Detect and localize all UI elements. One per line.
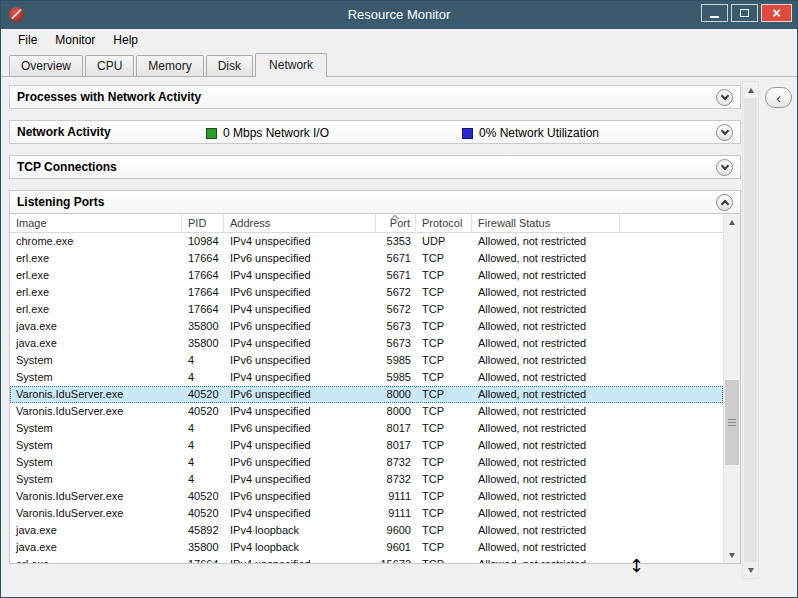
cell-protocol: TCP [416, 437, 472, 454]
scroll-up-icon[interactable] [724, 214, 740, 230]
cell-firewall-status: Allowed, not restricted [472, 301, 620, 318]
cell-protocol: TCP [416, 318, 472, 335]
section-processes-with-network-activity: Processes with Network Activity [9, 85, 741, 109]
table-row[interactable]: Varonis.IduServer.exe 40520 IPv6 unspeci… [10, 488, 723, 505]
section-header-tcp-connections[interactable]: TCP Connections [9, 155, 741, 179]
column-header-filler [620, 214, 723, 232]
cell-protocol: TCP [416, 505, 472, 522]
expand-section-button[interactable] [716, 159, 733, 176]
table-row[interactable]: chrome.exe 10984 IPv4 unspecified 5353 U… [10, 233, 723, 250]
cell-pid: 35800 [182, 318, 224, 335]
table-row[interactable]: java.exe 45892 IPv4 loopback 9600 TCP Al… [10, 522, 723, 539]
table-row[interactable]: System 4 IPv6 unspecified 8732 TCP Allow… [10, 454, 723, 471]
expand-section-button[interactable] [716, 89, 733, 106]
cell-address: IPv6 unspecified [224, 352, 376, 369]
column-header-address[interactable]: Address [224, 214, 376, 232]
table-row[interactable]: erl.exe 17664 IPv4 unspecified 5672 TCP … [10, 301, 723, 318]
table-row[interactable]: java.exe 35800 IPv4 unspecified 5673 TCP… [10, 335, 723, 352]
table-row[interactable]: java.exe 35800 IPv4 loopback 9601 TCP Al… [10, 539, 723, 556]
cell-pid: 4 [182, 437, 224, 454]
menu-bar: FileMonitorHelp [1, 29, 797, 51]
table-scrollbar[interactable] [723, 214, 740, 563]
table-row[interactable]: System 4 IPv6 unspecified 8017 TCP Allow… [10, 420, 723, 437]
table-row[interactable]: erl.exe 17664 IPv6 unspecified 5671 TCP … [10, 250, 723, 267]
cell-filler [620, 471, 723, 488]
scroll-down-icon[interactable] [743, 562, 759, 578]
section-header-processes[interactable]: Processes with Network Activity [9, 85, 741, 109]
table-row[interactable]: System 4 IPv6 unspecified 5985 TCP Allow… [10, 352, 723, 369]
cell-pid: 17664 [182, 284, 224, 301]
close-button[interactable]: × [761, 4, 792, 22]
cell-port: 8017 [376, 420, 416, 437]
menu-file[interactable]: File [9, 30, 46, 50]
cell-pid: 40520 [182, 505, 224, 522]
expand-views-panel-button[interactable]: ‹ [765, 87, 792, 108]
column-header-protocol[interactable]: Protocol [416, 214, 472, 232]
cell-pid: 35800 [182, 335, 224, 352]
section-title: Processes with Network Activity [17, 90, 201, 104]
scrollbar-thumb[interactable] [725, 380, 739, 465]
table-row[interactable]: erl.exe 17664 IPv4 unspecified 15672 TCP… [10, 556, 723, 563]
column-header-firewall-status[interactable]: Firewall Status [472, 214, 620, 232]
cell-protocol: TCP [416, 267, 472, 284]
cell-protocol: TCP [416, 454, 472, 471]
tab-disk[interactable]: Disk [206, 55, 253, 76]
cell-firewall-status: Allowed, not restricted [472, 437, 620, 454]
tab-cpu[interactable]: CPU [85, 55, 134, 76]
cell-pid: 4 [182, 471, 224, 488]
cell-address: IPv4 unspecified [224, 301, 376, 318]
table-row[interactable]: System 4 IPv4 unspecified 5985 TCP Allow… [10, 369, 723, 386]
cell-pid: 17664 [182, 250, 224, 267]
tab-memory[interactable]: Memory [136, 55, 203, 76]
column-header-image[interactable]: Image [10, 214, 182, 232]
cell-port: 5673 [376, 335, 416, 352]
cell-port: 15672 [376, 556, 416, 563]
column-header-port[interactable]: Port [376, 214, 416, 232]
cell-image: System [10, 471, 182, 488]
cell-protocol: TCP [416, 301, 472, 318]
section-title: TCP Connections [17, 160, 117, 174]
cell-filler [620, 522, 723, 539]
table-row[interactable]: erl.exe 17664 IPv6 unspecified 5672 TCP … [10, 284, 723, 301]
cell-port: 8017 [376, 437, 416, 454]
collapse-section-button[interactable] [716, 194, 733, 211]
title-bar[interactable]: Resource Monitor × [1, 1, 797, 29]
scroll-down-icon[interactable] [724, 547, 740, 563]
cell-firewall-status: Allowed, not restricted [472, 403, 620, 420]
section-listening-ports: Listening Ports Image PID Address Port P… [9, 190, 741, 564]
cell-pid: 45892 [182, 522, 224, 539]
scroll-up-icon[interactable] [743, 82, 759, 98]
tab-network[interactable]: Network [255, 53, 327, 77]
expand-section-button[interactable] [716, 124, 733, 141]
legend-label: 0% Network Utilization [479, 126, 599, 140]
menu-monitor[interactable]: Monitor [46, 30, 104, 50]
cell-address: IPv4 unspecified [224, 556, 376, 563]
cell-address: IPv4 unspecified [224, 233, 376, 250]
scrollbar-thumb[interactable] [744, 98, 757, 562]
table-row[interactable]: erl.exe 17664 IPv4 unspecified 5671 TCP … [10, 267, 723, 284]
table-row[interactable]: Varonis.IduServer.exe 40520 IPv4 unspeci… [10, 505, 723, 522]
menu-help[interactable]: Help [104, 30, 147, 50]
cell-port: 8732 [376, 471, 416, 488]
minimize-button[interactable] [701, 4, 728, 22]
section-header-network-activity[interactable]: Network Activity 0 Mbps Network I/O 0% N… [9, 120, 741, 144]
cell-port: 5671 [376, 267, 416, 284]
table-row[interactable]: Varonis.IduServer.exe 40520 IPv6 unspeci… [10, 386, 723, 403]
panel-scrollbar[interactable] [742, 81, 759, 579]
table-header: Image PID Address Port Protocol Firewall… [10, 214, 723, 233]
column-header-pid[interactable]: PID [182, 214, 224, 232]
section-tcp-connections: TCP Connections [9, 155, 741, 179]
table-row[interactable]: Varonis.IduServer.exe 40520 IPv4 unspeci… [10, 403, 723, 420]
cell-pid: 10984 [182, 233, 224, 250]
tab-overview[interactable]: Overview [9, 55, 83, 76]
table-row[interactable]: System 4 IPv4 unspecified 8017 TCP Allow… [10, 437, 723, 454]
maximize-button[interactable] [731, 4, 758, 22]
section-title: Listening Ports [17, 195, 104, 209]
cell-filler [620, 437, 723, 454]
table-row[interactable]: System 4 IPv4 unspecified 8732 TCP Allow… [10, 471, 723, 488]
table-row[interactable]: java.exe 35800 IPv6 unspecified 5673 TCP… [10, 318, 723, 335]
section-header-listening-ports[interactable]: Listening Ports [9, 190, 741, 214]
cell-filler [620, 267, 723, 284]
cell-image: java.exe [10, 318, 182, 335]
cell-firewall-status: Allowed, not restricted [472, 539, 620, 556]
